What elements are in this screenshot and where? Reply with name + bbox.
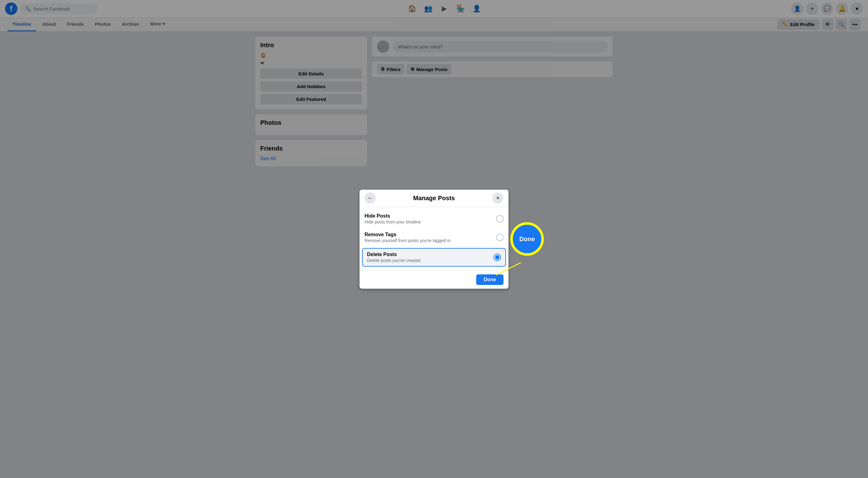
modal-overlay[interactable]: ← Manage Posts × Hide Posts Hide posts f… xyxy=(0,0,868,167)
